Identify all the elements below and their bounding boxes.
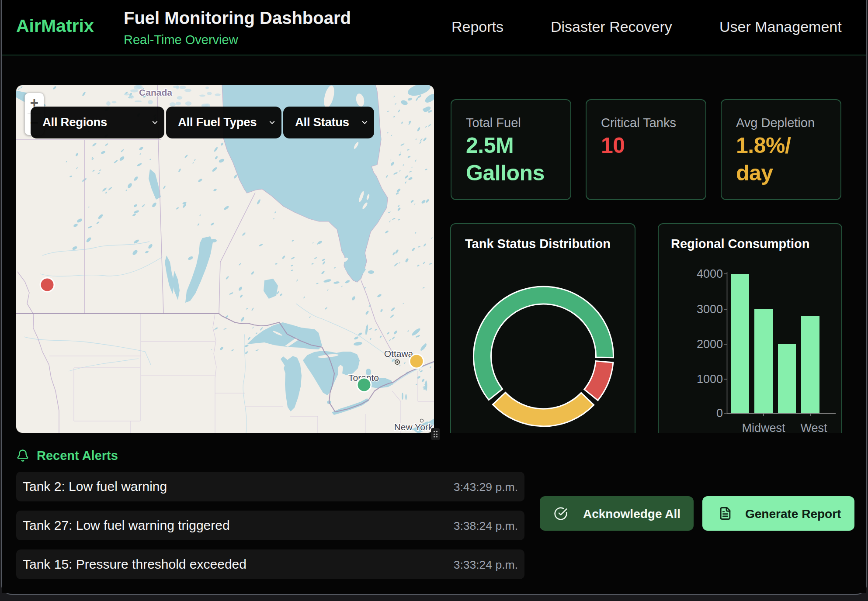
svg-text:1000: 1000 <box>697 373 723 386</box>
svg-text:3000: 3000 <box>697 303 723 316</box>
svg-text:2000: 2000 <box>697 338 723 351</box>
svg-text:0: 0 <box>716 407 723 420</box>
svg-text:Canada: Canada <box>139 87 172 97</box>
svg-text:4000: 4000 <box>697 267 723 280</box>
svg-text:Ottawa: Ottawa <box>384 349 413 359</box>
svg-text:New York: New York <box>394 422 433 432</box>
